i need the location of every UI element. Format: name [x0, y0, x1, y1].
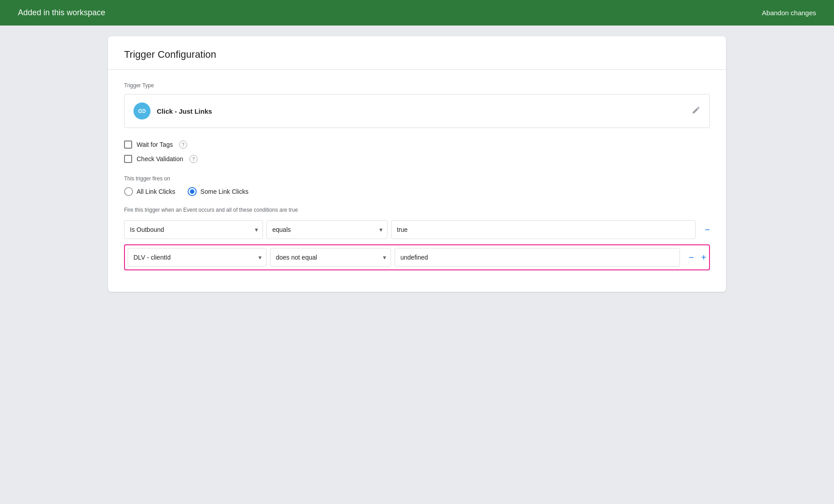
variable-select-wrapper-2: DLV - clientId ▾	[128, 248, 267, 267]
value-input-1[interactable]	[391, 220, 696, 239]
all-link-clicks-option[interactable]: All Link Clicks	[124, 187, 175, 196]
variable-select-1[interactable]: Is Outbound ▾	[124, 220, 263, 239]
some-link-clicks-label: Some Link Clicks	[200, 188, 248, 195]
edit-icon[interactable]	[692, 106, 701, 117]
trigger-icon-circle	[133, 103, 150, 120]
trigger-type-box[interactable]: Click - Just Links	[124, 94, 710, 128]
add-row-button[interactable]: +	[701, 252, 706, 263]
dropdown-arrow-2: ▾	[258, 254, 262, 261]
operator-select-2[interactable]: does not equal ▾	[270, 248, 391, 267]
wait-for-tags-row[interactable]: Wait for Tags ?	[124, 141, 710, 149]
all-link-clicks-radio[interactable]	[124, 187, 133, 196]
some-link-clicks-radio[interactable]	[188, 187, 197, 196]
conditions-section: Fire this trigger when an Event occurs a…	[124, 207, 710, 270]
wait-for-tags-label: Wait for Tags	[137, 141, 173, 148]
trigger-type-label: Trigger Type	[124, 82, 710, 89]
some-link-clicks-radio-inner	[190, 189, 194, 194]
some-link-clicks-option[interactable]: Some Link Clicks	[188, 187, 248, 196]
row1-action-icons: −	[705, 225, 710, 235]
value-wrapper-2	[395, 248, 680, 267]
wait-for-tags-help-icon[interactable]: ?	[179, 141, 187, 149]
dropdown-arrow-1: ▾	[255, 226, 258, 233]
check-validation-label: Check Validation	[137, 155, 183, 162]
row2-action-icons: − +	[689, 252, 706, 263]
operator-select-wrapper-1: equals ▾	[267, 220, 387, 239]
check-validation-help-icon[interactable]: ?	[189, 155, 198, 163]
card-title: Trigger Configuration	[124, 49, 710, 60]
remove-row-2-button[interactable]: −	[689, 252, 694, 263]
condition-row-2-highlighted: DLV - clientId ▾ does not equal ▾ − +	[124, 244, 710, 270]
check-validation-row[interactable]: Check Validation ?	[124, 155, 710, 163]
operator-select-wrapper-2: does not equal ▾	[270, 248, 391, 267]
abandon-changes-button[interactable]: Abandon changes	[762, 9, 816, 17]
trigger-configuration-card: Trigger Configuration Trigger Type Click…	[108, 36, 726, 292]
card-header: Trigger Configuration	[108, 36, 726, 70]
top-bar: Added in this workspace Abandon changes	[0, 0, 834, 26]
all-link-clicks-label: All Link Clicks	[137, 188, 175, 195]
condition-row-1: Is Outbound ▾ equals ▾ −	[124, 220, 710, 239]
wait-for-tags-checkbox[interactable]	[124, 141, 132, 149]
card-body: Trigger Type Click - Just Links	[108, 70, 726, 270]
dropdown-arrow-op-2: ▾	[383, 254, 386, 261]
radio-row: All Link Clicks Some Link Clicks	[124, 187, 710, 196]
value-input-2[interactable]	[395, 248, 680, 267]
check-validation-checkbox[interactable]	[124, 155, 132, 163]
operator-select-1[interactable]: equals ▾	[267, 220, 387, 239]
variable-select-wrapper-1: Is Outbound ▾	[124, 220, 263, 239]
fires-on-label: This trigger fires on	[124, 175, 710, 182]
trigger-type-left: Click - Just Links	[133, 103, 212, 120]
link-icon	[138, 107, 146, 115]
fires-on-section: This trigger fires on All Link Clicks So…	[124, 175, 710, 196]
checkboxes-section: Wait for Tags ? Check Validation ?	[124, 141, 710, 163]
value-wrapper-1	[391, 220, 696, 239]
variable-select-2[interactable]: DLV - clientId ▾	[128, 248, 267, 267]
conditions-label: Fire this trigger when an Event occurs a…	[124, 207, 710, 213]
trigger-type-name: Click - Just Links	[157, 107, 212, 115]
dropdown-arrow-op-1: ▾	[379, 226, 383, 233]
status-text: Added in this workspace	[18, 8, 105, 17]
remove-row-1-button[interactable]: −	[705, 225, 710, 235]
